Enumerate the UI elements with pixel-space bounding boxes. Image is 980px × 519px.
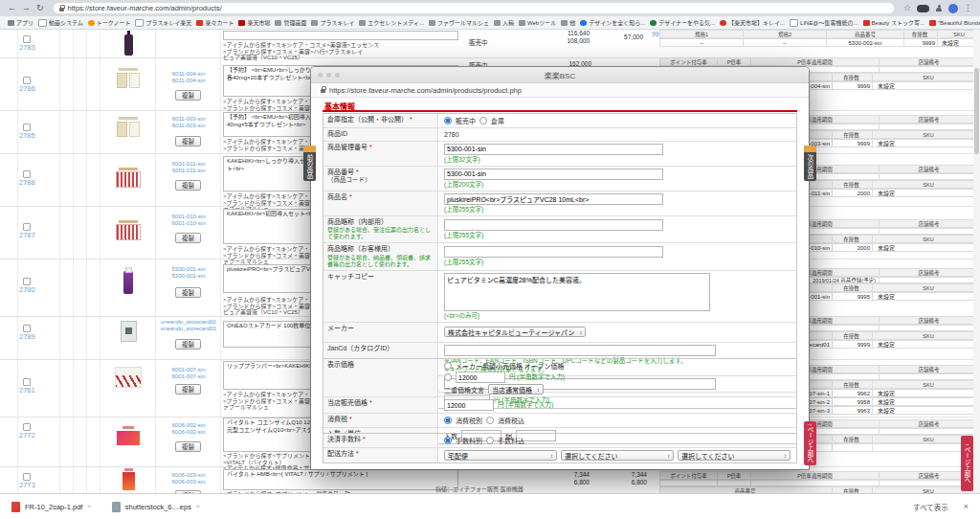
duplicate-button[interactable]: 複製 [175, 136, 201, 147]
radio-fee-excluded[interactable] [444, 437, 452, 444]
product-code-links[interactable]: 6001-011-sin6001-011-sin [156, 161, 221, 174]
bookmark-item[interactable]: 管理画面 [275, 18, 306, 27]
row-checkbox[interactable] [23, 35, 31, 43]
row-checkbox[interactable] [23, 124, 31, 131]
radio-msrp[interactable] [444, 362, 452, 370]
bookmark-item[interactable]: ファヴールマルシェ [429, 18, 489, 27]
bookmark-item[interactable]: 【楽天市場】キレイ... [720, 18, 785, 27]
abbr-internal-input[interactable] [444, 219, 663, 231]
bookmark-item[interactable]: 楽天市場 [238, 18, 270, 27]
catch-copy-textarea[interactable]: ピュアビタミンC高濃度28%配合した美容液。 [444, 273, 710, 311]
product-id-link[interactable]: 2786 [19, 84, 35, 93]
bookmark-item[interactable]: Beauty ストック写... [863, 18, 924, 27]
duplicate-button[interactable]: 複製 [175, 90, 201, 101]
chevron-up-icon[interactable]: ^ [87, 504, 90, 510]
duplicate-button[interactable]: 複製 [175, 233, 201, 243]
row-checkbox[interactable] [23, 325, 31, 332]
maker-select[interactable]: 株式会社キャピタルビューティージャパン↕ [444, 327, 586, 337]
item-no-input[interactable] [444, 169, 663, 180]
scrollbar-thumb[interactable] [974, 68, 979, 154]
row-checkbox[interactable] [23, 423, 31, 431]
bookmark-item[interactable]: Webツール [519, 18, 556, 27]
display-price-input[interactable] [456, 372, 505, 383]
radio-warehouse[interactable] [479, 117, 487, 124]
window-titlebar[interactable]: 楽楽BSC [311, 67, 809, 83]
product-code-links[interactable]: 6006-003-sin6006-003-sin [156, 472, 221, 485]
radio-fee-included[interactable] [486, 437, 494, 444]
duplicate-button[interactable]: 複製 [175, 441, 201, 452]
description-box[interactable] [223, 31, 458, 40]
row-checkbox[interactable] [23, 473, 31, 481]
product-id-link[interactable]: 2788 [19, 178, 35, 187]
window-controls[interactable] [318, 73, 340, 78]
prev-product-button[interactable]: 前の商品 [303, 146, 316, 181]
bookmark-item[interactable]: アプリ [8, 18, 33, 27]
bookmark-item[interactable]: エクセレントメディ... [359, 18, 424, 27]
product-id-link[interactable]: 2773 [19, 481, 35, 489]
row-checkbox[interactable] [23, 278, 31, 285]
profile-icon[interactable] [935, 5, 943, 12]
dual-price-select[interactable]: 当店通常価格↕ [488, 384, 544, 395]
product-code-links[interactable]: 5300-001-sin5300-001-sin [156, 266, 221, 280]
radio-display-price[interactable] [444, 373, 452, 381]
bookmark-item[interactable]: トークノート [88, 18, 131, 27]
bookmark-item[interactable]: 楽々カート [196, 18, 234, 27]
product-code-links[interactable]: 6001-010-sin6001-010-sin [156, 214, 221, 227]
product-code-links[interactable]: 6011-004-sin6011-004-sin [156, 71, 221, 84]
description-box[interactable]: バイタルト HMB<br>[ VITALT / サプリ / サプリメント ] [223, 469, 458, 490]
mgmt-no-input[interactable] [444, 144, 663, 155]
duplicate-button[interactable]: 複製 [175, 384, 201, 395]
bookmark-item[interactable]: 他 [561, 18, 575, 27]
bookmark-item[interactable]: 入稿 [494, 18, 514, 27]
product-id-link[interactable]: 2783 [19, 43, 35, 52]
row-checkbox[interactable] [23, 77, 31, 84]
page-top-button[interactable]: ↑ページ上部へ [961, 436, 973, 491]
product-id-link[interactable]: 2780 [19, 285, 35, 294]
radio-onsale[interactable] [444, 117, 452, 124]
row-checkbox[interactable] [23, 170, 31, 178]
chevron-up-icon[interactable]: ^ [196, 504, 199, 510]
product-id-link[interactable]: 2772 [19, 431, 35, 440]
shipping-option-select[interactable]: 選択してください↕ [561, 450, 674, 461]
product-name-input[interactable] [444, 193, 663, 205]
bookmark-item[interactable]: プラスキレイ楽天 [135, 18, 191, 27]
bookmark-item[interactable]: LINE@〜集客機能の... [790, 18, 858, 27]
product-id-link[interactable]: 2785 [19, 131, 35, 140]
address-bar[interactable]: https://store.faveur-marche.com/admin/pr… [54, 3, 894, 13]
product-code-links[interactable]: 6011-003-sin6011-003-sin [156, 116, 221, 129]
menu-kebab-icon[interactable]: ⋮ [964, 4, 972, 12]
bookmark-item[interactable]: デザイナーをやる気... [650, 18, 715, 27]
forward-icon[interactable]: → [22, 4, 31, 12]
product-id-link[interactable]: 2787 [19, 231, 35, 239]
avatar[interactable] [948, 4, 958, 13]
close-icon[interactable]: × [964, 502, 969, 511]
product-id-link[interactable]: 2789 [19, 332, 35, 341]
shipping-method-select[interactable]: 宅配便↕ [444, 450, 557, 461]
bookmark-item[interactable]: "Beautiful Blonde... [929, 20, 980, 26]
row-checkbox[interactable] [23, 378, 31, 386]
bookmark-star-icon[interactable]: ☆ [903, 4, 911, 12]
product-id-link[interactable]: 2761 [19, 386, 35, 395]
back-icon[interactable]: ← [8, 4, 16, 12]
product-code-links[interactable]: 6001-007-sin6001-007-sin [156, 367, 221, 380]
download-item[interactable]: shutterstock_6....eps ^ [112, 502, 200, 512]
shipping-option-select[interactable]: 選択してください↕ [678, 450, 791, 461]
duplicate-button[interactable]: 複製 [175, 339, 201, 350]
modal-page-top-button[interactable]: ↑ページ上部へ [804, 421, 816, 465]
bookmark-item[interactable]: デザインを全く知ら... [580, 18, 645, 27]
extension-icon[interactable] [917, 5, 929, 12]
next-product-button[interactable]: 次の商品 [804, 146, 816, 181]
download-item[interactable]: FR-10_2cap-1.pdf ^ [11, 502, 91, 512]
duplicate-button[interactable]: 複製 [175, 180, 201, 191]
product-code-links[interactable]: oneando_storecard01oneando_storecard01 [156, 319, 221, 332]
radio-tax-included[interactable] [486, 417, 494, 424]
radio-tax-excluded[interactable] [444, 417, 452, 424]
store-price-input[interactable] [444, 399, 494, 411]
bookmark-item[interactable]: プラスキレイ [311, 18, 354, 27]
duplicate-button[interactable]: 複製 [175, 287, 201, 298]
page-scrollbar[interactable] [973, 30, 980, 493]
bookmark-item[interactable]: 動画システム [38, 18, 83, 27]
row-checkbox[interactable] [23, 223, 31, 231]
abbr-customer-input[interactable] [444, 246, 663, 258]
jan-code-input[interactable] [444, 345, 716, 356]
